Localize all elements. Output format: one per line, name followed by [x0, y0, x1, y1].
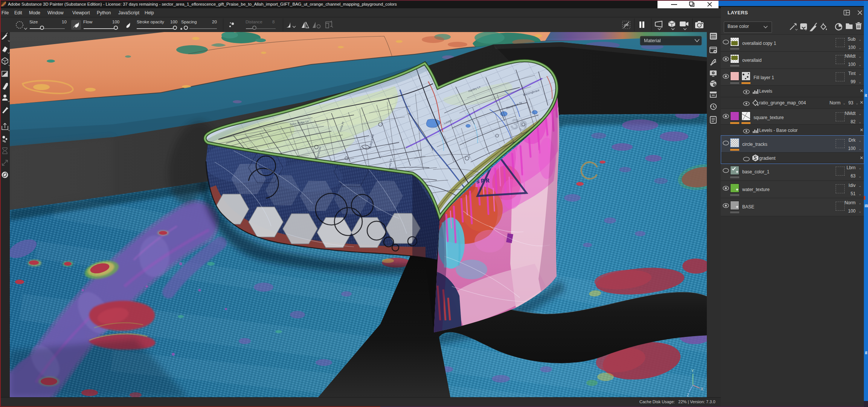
svg-text:Y: Y — [691, 369, 694, 373]
svg-text:39: 39 — [509, 115, 529, 135]
svg-text:Material: Material — [644, 38, 661, 43]
svg-text:Z: Z — [687, 393, 689, 397]
svg-text:X: X — [701, 387, 703, 391]
